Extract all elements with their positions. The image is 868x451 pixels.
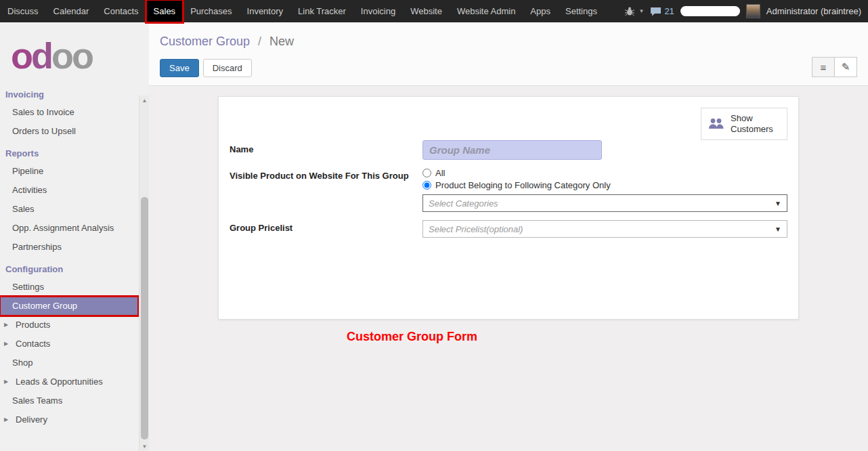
radio-label: Product Beloging to Following Category O… — [435, 180, 611, 190]
radio-input[interactable] — [422, 169, 431, 177]
sidebar-item-label: Activities — [12, 185, 47, 196]
expand-arrow-icon[interactable]: ▶ — [4, 339, 12, 349]
show-customers-label: Show Customers — [731, 113, 781, 135]
topnav-item-settings[interactable]: Settings — [558, 0, 605, 22]
sidebar-menu: InvoicingSales to InvoiceOrders to Upsel… — [0, 79, 149, 429]
messages-button[interactable]: 21 — [650, 6, 674, 16]
sidebar: odoo InvoicingSales to InvoiceOrders to … — [0, 22, 149, 451]
topnav-item-apps[interactable]: Apps — [523, 0, 558, 22]
save-button[interactable]: Save — [160, 59, 199, 77]
list-view-icon: ≡ — [821, 62, 827, 73]
visibility-option-product-beloging-to-following-[interactable]: Product Beloging to Following Category O… — [422, 180, 787, 190]
breadcrumb: Customer Group / New — [160, 35, 857, 49]
topnav-item-website-admin[interactable]: Website Admin — [450, 0, 523, 22]
topnav-item-inventory[interactable]: Inventory — [240, 0, 290, 22]
topnav-right: ▼ 21 Administrator (braintree) — [624, 0, 868, 22]
sidebar-item-label: Settings — [12, 282, 44, 293]
sidebar-item-label: Sales Teams — [12, 395, 62, 406]
topnav-item-contacts[interactable]: Contacts — [96, 0, 146, 22]
top-navbar: DiscussCalendarContactsSalesPurchasesInv… — [0, 0, 868, 22]
show-customers-button[interactable]: Show Customers — [701, 108, 787, 140]
sidebar-item-label: Products — [16, 320, 50, 330]
sidebar-item-label: Delivery — [16, 414, 47, 425]
sidebar-item-label: Pipeline — [12, 166, 43, 177]
topnav-item-sales[interactable]: Sales — [146, 0, 183, 22]
breadcrumb-parent[interactable]: Customer Group — [160, 35, 250, 48]
expand-arrow-icon[interactable]: ▶ — [4, 377, 12, 387]
sidebar-item-label: Opp. Assignment Analysis — [12, 223, 114, 234]
sidebar-item-orders-to-upsell[interactable]: Orders to Upsell — [0, 122, 149, 141]
sidebar-item-label: Contacts — [16, 339, 50, 349]
form-sheet: Show Customers Name Visible Product on W… — [218, 96, 799, 320]
sidebar-item-sales-to-invoice[interactable]: Sales to Invoice — [0, 103, 149, 122]
sidebar-item-sales[interactable]: Sales — [0, 200, 149, 219]
avatar[interactable] — [746, 4, 760, 18]
content-body: Show Customers Name Visible Product on W… — [149, 86, 868, 451]
sidebar-item-settings[interactable]: Settings — [0, 278, 149, 297]
radio-input[interactable] — [422, 181, 431, 190]
sidebar-item-delivery[interactable]: ▶Delivery — [0, 410, 149, 429]
sidebar-item-opp-assignment-analysis[interactable]: Opp. Assignment Analysis — [0, 219, 149, 238]
control-panel: Customer Group / New Save Discard ≡ ✎ — [149, 22, 868, 86]
group-name-input[interactable] — [422, 140, 602, 160]
caret-down-icon: ▼ — [775, 226, 781, 233]
scroll-down-arrow-icon[interactable]: ▼ — [139, 442, 149, 451]
pricelist-select-placeholder: Select Pricelist(optional) — [429, 224, 523, 234]
categories-select[interactable]: Select Categories ▼ — [422, 194, 787, 212]
sidebar-item-shop[interactable]: Shop — [0, 353, 149, 372]
user-menu-label[interactable]: Administrator (braintree) — [766, 6, 861, 16]
odoo-logo[interactable]: odoo — [0, 22, 149, 79]
sidebar-item-products[interactable]: ▶Products — [0, 316, 149, 335]
sidebar-item-activities[interactable]: Activities — [0, 181, 149, 200]
topnav-item-website[interactable]: Website — [403, 0, 450, 22]
sidebar-item-leads-opportunities[interactable]: ▶Leads & Opportunities — [0, 372, 149, 391]
form-fields: Name Visible Product on Website For This… — [230, 140, 787, 238]
form-view-button[interactable]: ✎ — [834, 57, 857, 77]
scrollbar-thumb[interactable] — [141, 197, 148, 439]
sidebar-item-label: Orders to Upsell — [12, 126, 76, 137]
users-icon — [708, 117, 725, 131]
sidebar-item-contacts[interactable]: ▶Contacts — [0, 335, 149, 353]
topnav-item-discuss[interactable]: Discuss — [0, 0, 46, 22]
sidebar-item-sales-teams[interactable]: Sales Teams — [0, 391, 149, 410]
breadcrumb-separator: / — [258, 35, 261, 48]
discard-button[interactable]: Discard — [203, 59, 252, 77]
sidebar-item-label: Customer Group — [12, 301, 77, 312]
radio-label: All — [435, 168, 445, 178]
sidebar-item-label: Sales — [12, 204, 35, 215]
debug-bug-icon[interactable] — [624, 7, 635, 16]
topnav-item-invoicing[interactable]: Invoicing — [353, 0, 403, 22]
page-layout: odoo InvoicingSales to InvoiceOrders to … — [0, 22, 868, 451]
expand-arrow-icon[interactable]: ▶ — [4, 320, 12, 330]
topnav-items: DiscussCalendarContactsSalesPurchasesInv… — [0, 0, 605, 22]
view-switcher: ≡ ✎ — [812, 57, 857, 77]
sidebar-item-label: Leads & Opportunities — [16, 377, 103, 387]
sidebar-item-partnerships[interactable]: Partnerships — [0, 238, 149, 257]
categories-select-placeholder: Select Categories — [429, 198, 498, 209]
sidebar-section-invoicing: Invoicing — [0, 82, 149, 103]
topnav-item-calendar[interactable]: Calendar — [46, 0, 97, 22]
sidebar-item-label: Partnerships — [12, 242, 62, 253]
pricelist-select[interactable]: Select Pricelist(optional) ▼ — [422, 220, 787, 238]
form-view-icon: ✎ — [842, 61, 850, 73]
action-buttons: Save Discard — [160, 59, 857, 77]
chat-bubble-icon — [650, 7, 661, 16]
visibility-options: AllProduct Beloging to Following Categor… — [422, 168, 787, 190]
breadcrumb-current: New — [269, 35, 294, 48]
sidebar-item-label: Sales to Invoice — [12, 107, 74, 118]
list-view-button[interactable]: ≡ — [812, 57, 835, 77]
topnav-item-purchases[interactable]: Purchases — [183, 0, 239, 22]
scroll-up-arrow-icon[interactable]: ▲ — [139, 95, 149, 105]
sidebar-section-reports: Reports — [0, 141, 149, 162]
sidebar-section-configuration: Configuration — [0, 257, 149, 278]
sidebar-item-customer-group[interactable]: Customer Group — [0, 297, 138, 316]
sidebar-item-pipeline[interactable]: Pipeline — [0, 162, 149, 181]
visibility-option-all[interactable]: All — [422, 168, 787, 178]
sidebar-scrollbar[interactable]: ▲ ▼ — [139, 95, 149, 451]
expand-arrow-icon[interactable]: ▶ — [4, 414, 12, 425]
name-field-label: Name — [230, 140, 422, 154]
messages-count: 21 — [664, 6, 674, 16]
topnav-item-link-tracker[interactable]: Link Tracker — [290, 0, 353, 22]
debug-caret-down-icon[interactable]: ▼ — [638, 8, 644, 14]
caret-down-icon: ▼ — [775, 200, 781, 207]
